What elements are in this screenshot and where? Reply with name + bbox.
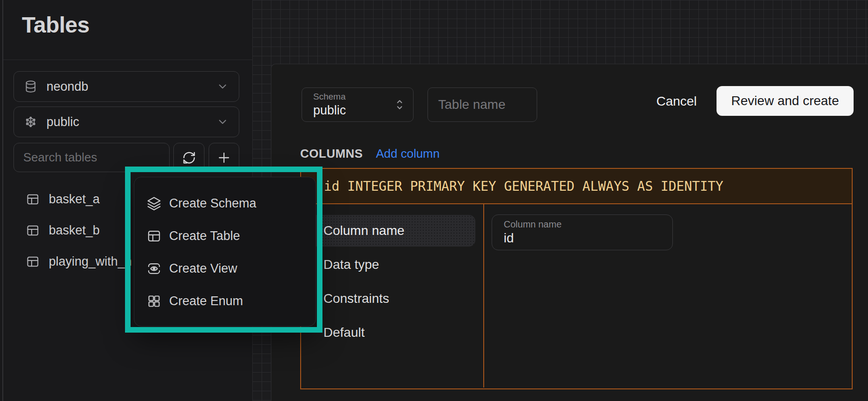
table-name: basket_a xyxy=(49,192,100,207)
table-list-item[interactable]: basket_b xyxy=(26,220,100,241)
column-name-field-label: Column name xyxy=(504,219,672,230)
database-icon xyxy=(24,80,37,93)
grid-icon xyxy=(147,294,161,308)
nav-item-default[interactable]: Default xyxy=(310,317,475,348)
view-eye-icon xyxy=(147,261,161,276)
schema-select-header[interactable]: Schema public xyxy=(302,87,414,122)
table-icon xyxy=(26,255,39,268)
sidebar-divider xyxy=(3,60,252,60)
sidebar-left-rail xyxy=(2,0,3,401)
chevron-down-icon xyxy=(217,80,229,93)
table-name: playing_with_n xyxy=(49,254,132,269)
column-name-input[interactable] xyxy=(504,231,657,246)
menu-item-create-table[interactable]: Create Table xyxy=(134,220,316,252)
create-context-menu: Create Schema Create Table Create View xyxy=(134,177,316,327)
nav-item-constraints[interactable]: Constraints xyxy=(310,283,475,314)
chevron-down-icon xyxy=(217,116,229,128)
schema-select-value: public xyxy=(46,115,79,129)
ddl-preview-line: id INTEGER PRIMARY KEY GENERATED ALWAYS … xyxy=(301,169,852,204)
table-icon xyxy=(26,224,39,237)
search-tables-input[interactable] xyxy=(13,143,170,172)
column-editor-pane: Column name xyxy=(484,204,852,388)
columns-heading: COLUMNS xyxy=(300,147,363,161)
database-select[interactable]: neondb xyxy=(13,71,239,102)
menu-item-label: Create View xyxy=(169,261,237,276)
menu-item-create-schema[interactable]: Create Schema xyxy=(134,187,316,220)
menu-item-label: Create Table xyxy=(169,229,240,243)
plus-icon xyxy=(216,150,232,166)
nav-item-column-name[interactable]: Column name xyxy=(310,215,475,247)
layers-icon xyxy=(147,196,161,211)
refresh-icon xyxy=(182,151,196,165)
cancel-button[interactable]: Cancel xyxy=(650,89,704,114)
add-column-link[interactable]: Add column xyxy=(376,147,440,161)
add-table-button[interactable] xyxy=(209,143,239,172)
schema-graph-icon xyxy=(24,115,37,128)
table-name-input[interactable] xyxy=(427,87,537,122)
table-list-item[interactable]: playing_with_n xyxy=(26,251,132,272)
columns-section-header: COLUMNS Add column xyxy=(300,146,440,161)
column-name-field[interactable]: Column name xyxy=(492,214,673,250)
table-icon xyxy=(147,229,161,243)
menu-item-label: Create Schema xyxy=(169,196,256,211)
schema-select-sidebar[interactable]: public xyxy=(13,107,239,137)
menu-item-create-view[interactable]: Create View xyxy=(134,252,316,285)
table-list-item[interactable]: basket_a xyxy=(26,189,100,209)
table-name: basket_b xyxy=(49,223,100,238)
table-icon xyxy=(26,193,39,206)
column-editor-container: id INTEGER PRIMARY KEY GENERATED ALWAYS … xyxy=(300,168,853,389)
nav-item-data-type[interactable]: Data type xyxy=(310,249,475,281)
sidebar-title: Tables xyxy=(22,12,90,38)
review-and-create-button[interactable]: Review and create xyxy=(717,86,854,116)
column-editor-body: Column name Data type Constraints Defaul… xyxy=(301,204,852,388)
table-editor-app: Tables neondb xyxy=(0,0,868,401)
refresh-button[interactable] xyxy=(173,143,204,172)
database-select-value: neondb xyxy=(46,80,88,94)
menu-item-label: Create Enum xyxy=(169,294,243,308)
column-editor-nav: Column name Data type Constraints Defaul… xyxy=(301,204,484,388)
chevrons-up-down-icon xyxy=(394,97,406,112)
menu-item-create-enum[interactable]: Create Enum xyxy=(134,285,316,317)
